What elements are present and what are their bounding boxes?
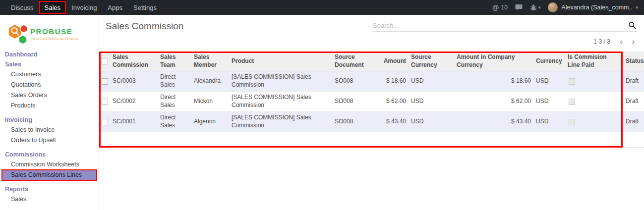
cell-status: Draft bbox=[620, 112, 644, 132]
top-navbar: Discuss Sales Invoicing Apps Settings @ … bbox=[0, 0, 644, 15]
sidebar-item-customers[interactable]: Customers bbox=[1, 69, 97, 80]
is-paid-checkbox bbox=[569, 99, 575, 105]
cell-currency: USD bbox=[533, 112, 565, 132]
cell-amount: $ 62.00 bbox=[381, 92, 409, 111]
table-row[interactable]: SC/0001 Direct Sales Algenon [SALES COMM… bbox=[99, 112, 644, 132]
sidebar-item-commission-worksheets[interactable]: Commission Worksheets bbox=[1, 159, 97, 170]
menu-invoicing[interactable]: Invoicing bbox=[66, 0, 102, 15]
logo-title: PROBUSE bbox=[30, 27, 72, 36]
pager-next-button[interactable]: › bbox=[627, 37, 639, 47]
debug-menu[interactable]: ▾ bbox=[530, 4, 541, 11]
cell-sales-commission: SC/0001 bbox=[110, 112, 158, 132]
cell-currency: USD bbox=[533, 71, 565, 91]
mention-counter[interactable]: @ 10 bbox=[492, 3, 508, 11]
page-title: Sales Commission bbox=[106, 21, 183, 32]
menu-discuss[interactable]: Discuss bbox=[5, 0, 39, 15]
sidebar-heading-dashboard[interactable]: Dashboard bbox=[0, 50, 99, 59]
avatar bbox=[548, 2, 558, 12]
cell-amount-company-currency: $ 43.40 bbox=[454, 112, 533, 132]
select-all-checkbox[interactable] bbox=[102, 58, 108, 64]
col-sales-member[interactable]: Sales Member bbox=[191, 52, 229, 71]
sidebar-item-sales-to-invoice[interactable]: Sales to Invoice bbox=[1, 125, 97, 135]
is-paid-checkbox bbox=[569, 119, 575, 125]
sidebar-item-reports-sales[interactable]: Sales bbox=[1, 194, 97, 205]
cell-sales-member: Mickon bbox=[191, 92, 229, 111]
sidebar-item-sales-commissions-lines[interactable]: Sales Commissions Lines bbox=[1, 170, 97, 180]
cell-source-document: SO008 bbox=[332, 71, 381, 91]
col-amount[interactable]: Amount bbox=[381, 52, 409, 71]
sidebar: PROBUSE PROFESSIONAL BUSINESS Dashboard … bbox=[0, 15, 99, 210]
menu-sales[interactable]: Sales bbox=[39, 0, 66, 15]
col-amount-company-currency[interactable]: Amount in Company Currency bbox=[454, 52, 533, 71]
caret-down-icon: ▾ bbox=[636, 5, 638, 10]
cell-product: [SALES COMMISSION] Sales Commission bbox=[229, 71, 332, 91]
cell-source-document: SO008 bbox=[332, 92, 381, 111]
caret-down-icon: ▾ bbox=[538, 5, 541, 10]
cell-product: [SALES COMMISSION] Sales Commission bbox=[229, 112, 332, 132]
cell-source-currency: USD bbox=[409, 112, 454, 132]
table-row[interactable]: SC/0003 Direct Sales Alexandra [SALES CO… bbox=[99, 71, 644, 92]
sidebar-nav: Dashboard Sales Customers Quotations Sal… bbox=[0, 48, 99, 205]
col-source-currency[interactable]: Source Currency bbox=[409, 52, 454, 71]
sidebar-item-sales-orders[interactable]: Sales Orders bbox=[1, 90, 97, 101]
at-icon: @ bbox=[492, 3, 499, 11]
chat-icon[interactable] bbox=[515, 4, 523, 11]
col-status[interactable]: Status bbox=[620, 52, 644, 71]
cell-currency: USD bbox=[533, 92, 565, 111]
user-menu[interactable]: Alexandra (Sales_comm.. ▾ bbox=[548, 2, 638, 12]
col-sales-commission[interactable]: Sales Commission bbox=[110, 52, 158, 71]
table-header-row: Sales Commission Sales Team Sales Member… bbox=[99, 52, 644, 71]
logo-subtitle: PROFESSIONAL BUSINESS bbox=[31, 37, 78, 40]
sidebar-heading-commissions[interactable]: Commissions bbox=[0, 150, 99, 159]
cell-sales-commission: SC/0002 bbox=[110, 92, 158, 111]
cell-status: Draft bbox=[620, 71, 644, 91]
search-icon[interactable] bbox=[625, 20, 637, 31]
probuse-logo-graphic: PROBUSE PROFESSIONAL BUSINESS bbox=[4, 21, 94, 47]
search-input[interactable] bbox=[372, 20, 625, 31]
sidebar-heading-invoicing[interactable]: Invoicing bbox=[0, 115, 99, 125]
bug-icon bbox=[530, 4, 537, 11]
app-menu-bar: Discuss Sales Invoicing Apps Settings bbox=[0, 0, 162, 15]
main-content: Sales Commission 1-3 / 3 ‹ › Sales Commi… bbox=[99, 15, 644, 210]
cell-sales-commission: SC/0003 bbox=[110, 71, 158, 91]
cell-amount-company-currency: $ 18.60 bbox=[454, 71, 533, 91]
row-select-checkbox[interactable] bbox=[102, 78, 108, 85]
table-empty-area bbox=[99, 132, 644, 148]
cell-sales-team: Direct Sales bbox=[158, 71, 191, 91]
cell-source-currency: USD bbox=[409, 92, 454, 111]
commission-list-view: Sales Commission Sales Team Sales Member… bbox=[99, 52, 644, 148]
user-name: Alexandra (Sales_comm.. bbox=[561, 4, 632, 11]
cell-sales-member: Algenon bbox=[191, 112, 229, 132]
cell-amount: $ 18.60 bbox=[381, 71, 409, 91]
col-currency[interactable]: Currency bbox=[533, 52, 565, 71]
probuse-logo: PROBUSE PROFESSIONAL BUSINESS bbox=[0, 15, 99, 48]
cell-status: Draft bbox=[620, 92, 644, 111]
chat-bubble-icon bbox=[515, 4, 523, 11]
cell-source-currency: USD bbox=[409, 71, 454, 91]
row-select-checkbox[interactable] bbox=[102, 119, 108, 125]
cell-amount-company-currency: $ 62.00 bbox=[454, 92, 533, 111]
pager-range: 1-3 / 3 bbox=[593, 38, 610, 45]
sidebar-heading-reports[interactable]: Reports bbox=[0, 184, 99, 194]
pager-previous-button[interactable]: ‹ bbox=[615, 37, 627, 47]
col-product[interactable]: Product bbox=[229, 52, 332, 71]
row-select-checkbox[interactable] bbox=[102, 99, 108, 105]
col-is-commission-line-paid[interactable]: Is Commision Line Paid bbox=[565, 52, 620, 71]
col-sales-team[interactable]: Sales Team bbox=[158, 52, 191, 71]
sidebar-item-orders-to-upsell[interactable]: Orders to Upsell bbox=[1, 135, 97, 146]
mention-count: 10 bbox=[501, 4, 507, 11]
sidebar-item-quotations[interactable]: Quotations bbox=[1, 80, 97, 90]
sidebar-heading-sales[interactable]: Sales bbox=[0, 59, 99, 69]
cell-amount: $ 43.40 bbox=[381, 112, 409, 132]
menu-apps[interactable]: Apps bbox=[102, 0, 128, 15]
cell-product: [SALES COMMISSION] Sales Commission bbox=[229, 92, 332, 111]
col-source-document[interactable]: Source Document bbox=[332, 52, 381, 71]
cell-sales-team: Direct Sales bbox=[158, 112, 191, 132]
cell-source-document: SO008 bbox=[332, 112, 381, 132]
sidebar-item-products[interactable]: Products bbox=[1, 101, 97, 111]
is-paid-checkbox bbox=[569, 78, 575, 85]
cell-sales-member: Alexandra bbox=[191, 71, 229, 91]
menu-settings[interactable]: Settings bbox=[128, 0, 162, 15]
table-row[interactable]: SC/0002 Direct Sales Mickon [SALES COMMI… bbox=[99, 92, 644, 112]
pager: 1-3 / 3 ‹ › bbox=[593, 37, 639, 47]
